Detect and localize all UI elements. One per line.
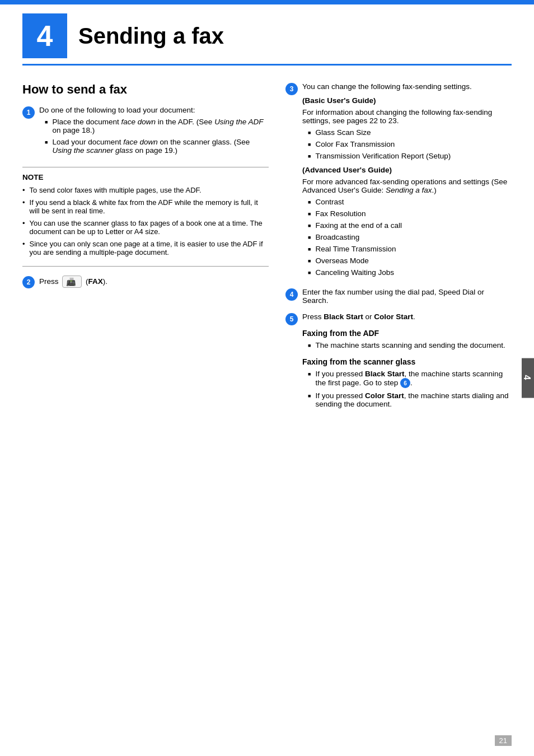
step-1-content: Do one of the following to load your doc… bbox=[39, 106, 269, 158]
page-content: How to send a fax 1 Do one of the follow… bbox=[0, 82, 534, 442]
faxing-glass-bullet-1: If you pressed Black Start, the machine … bbox=[308, 370, 512, 388]
step-2-content: Press 📠 (FAX). bbox=[39, 276, 269, 288]
faxing-glass-section: Faxing from the scanner glass If you pre… bbox=[302, 357, 512, 408]
step-3: 3 You can change the following fax-sendi… bbox=[285, 82, 512, 280]
adv-bullet-2: Fax Resolution bbox=[308, 209, 512, 218]
basic-bullet-1: Glass Scan Size bbox=[308, 128, 512, 137]
note-item-1: To send color faxes with multiple pages,… bbox=[22, 186, 269, 194]
faxing-glass-bullets: If you pressed Black Start, the machine … bbox=[308, 370, 512, 408]
section-title: How to send a fax bbox=[22, 82, 269, 97]
top-bar bbox=[0, 0, 534, 4]
step-1-bullet-1: Place the document face down in the ADF.… bbox=[45, 118, 269, 134]
page-header: 4 Sending a fax bbox=[22, 13, 512, 66]
step-4-content: Enter the fax number using the dial pad,… bbox=[302, 288, 512, 305]
fax-button: 📠 bbox=[62, 276, 82, 288]
note-title: NOTE bbox=[22, 173, 269, 181]
note-list: To send color faxes with multiple pages,… bbox=[22, 186, 269, 256]
step-3-circle: 3 bbox=[285, 83, 298, 95]
advanced-guide-title: (Advanced User's Guide) bbox=[302, 166, 512, 174]
adv-bullet-3: Faxing at the end of a call bbox=[308, 221, 512, 230]
faxing-adf-section: Faxing from the ADF The machine starts s… bbox=[302, 329, 512, 349]
step-1-bullet-2: Load your document face down on the scan… bbox=[45, 138, 269, 155]
fax-icon: 📠 bbox=[66, 277, 76, 286]
step-4: 4 Enter the fax number using the dial pa… bbox=[285, 288, 512, 305]
chapter-number: 4 bbox=[22, 13, 67, 58]
note-item-2: If you send a black & white fax from the… bbox=[22, 198, 269, 215]
step-5-content: Press Black Start or Color Start. Faxing… bbox=[302, 312, 512, 412]
advanced-guide-intro: For more advanced fax-sending operations… bbox=[302, 178, 512, 194]
page-number-value: 21 bbox=[495, 735, 512, 746]
step-5: 5 Press Black Start or Color Start. Faxi… bbox=[285, 312, 512, 412]
faxing-adf-title: Faxing from the ADF bbox=[302, 329, 512, 338]
step-3-content: You can change the following fax-sending… bbox=[302, 82, 512, 280]
step-1-bullet-1-text: Place the document face down in the ADF.… bbox=[52, 118, 269, 134]
step-1-bullets: Place the document face down in the ADF.… bbox=[45, 118, 269, 155]
step-4-circle: 4 bbox=[285, 288, 298, 301]
basic-guide-title: (Basic User's Guide) bbox=[302, 96, 512, 105]
faxing-adf-bullets: The machine starts scanning and sending … bbox=[308, 341, 512, 349]
adv-bullet-7: Canceling Waiting Jobs bbox=[308, 268, 512, 277]
basic-guide-bullets: Glass Scan Size Color Fax Transmission T… bbox=[308, 128, 512, 160]
note-item-4: Since you can only scan one page at a ti… bbox=[22, 240, 269, 256]
step-1-bullet-2-text: Load your document face down on the scan… bbox=[52, 138, 269, 155]
step-1-text: Do one of the following to load your doc… bbox=[39, 106, 269, 114]
basic-bullet-3: Transmission Verification Report (Setup) bbox=[308, 152, 512, 160]
adv-bullet-4: Broadcasting bbox=[308, 233, 512, 241]
step-2-circle: 2 bbox=[22, 276, 35, 288]
step-1: 1 Do one of the following to load your d… bbox=[22, 106, 269, 158]
page-number: 21 bbox=[495, 736, 512, 745]
adv-bullet-6: Overseas Mode bbox=[308, 256, 512, 265]
faxing-glass-bullet-2: If you pressed Color Start, the machine … bbox=[308, 391, 512, 408]
basic-guide-intro: For information about changing the follo… bbox=[302, 108, 512, 125]
step-1-circle: 1 bbox=[22, 106, 35, 119]
advanced-guide-bullets: Contrast Fax Resolution Faxing at the en… bbox=[308, 198, 512, 277]
faxing-glass-title: Faxing from the scanner glass bbox=[302, 357, 512, 366]
step-2-text: Press 📠 (FAX). bbox=[39, 276, 269, 288]
left-column: How to send a fax 1 Do one of the follow… bbox=[22, 82, 269, 419]
tab-indicator: 4 bbox=[522, 358, 534, 398]
step-5-text: Press Black Start or Color Start. bbox=[302, 312, 512, 321]
chapter-title: Sending a fax bbox=[78, 24, 224, 49]
faxing-adf-bullet-1: The machine starts scanning and sending … bbox=[308, 341, 512, 349]
step-5-circle: 5 bbox=[285, 313, 298, 325]
adv-bullet-1: Contrast bbox=[308, 198, 512, 206]
note-box: NOTE To send color faxes with multiple p… bbox=[22, 167, 269, 267]
note-item-3: You can use the scanner glass to fax pag… bbox=[22, 219, 269, 236]
step-3-text: You can change the following fax-sending… bbox=[302, 82, 512, 91]
step-4-text: Enter the fax number using the dial pad,… bbox=[302, 288, 512, 305]
right-column: 3 You can change the following fax-sendi… bbox=[285, 82, 512, 419]
basic-bullet-2: Color Fax Transmission bbox=[308, 140, 512, 148]
step-2: 2 Press 📠 (FAX). bbox=[22, 276, 269, 288]
adv-bullet-5: Real Time Transmission bbox=[308, 245, 512, 253]
